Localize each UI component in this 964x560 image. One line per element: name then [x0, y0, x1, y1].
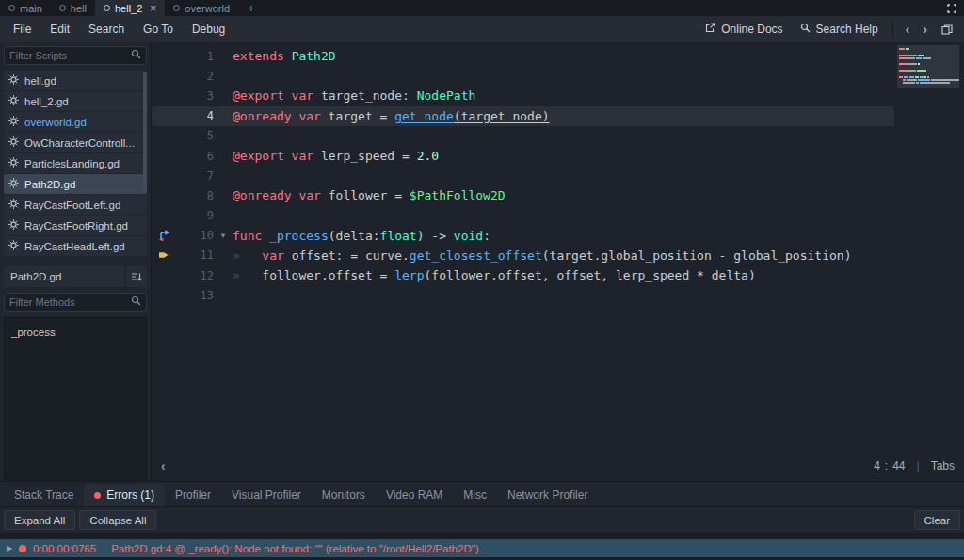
collapse-all-button[interactable]: Collapse All	[79, 510, 156, 530]
scroll-left-icon[interactable]: ‹	[161, 458, 166, 473]
code-line[interactable]: 10▼func _process(delta:float) -> void:	[152, 226, 894, 246]
debugger-tab-errors-1[interactable]: Errors (1)	[84, 484, 165, 506]
history-back-icon[interactable]: ‹	[899, 23, 917, 36]
code-line[interactable]: 2	[152, 66, 894, 86]
code-text: extends Path2D	[233, 46, 894, 66]
error-dot-icon	[94, 492, 101, 499]
code-line[interactable]: 5	[152, 126, 894, 146]
script-tab-hell[interactable]: hell	[51, 0, 95, 16]
script-tab-hell-2[interactable]: hell_2×	[95, 0, 165, 16]
code-line[interactable]: 3@export var target_node: NodePath	[152, 86, 894, 105]
close-icon[interactable]: ×	[150, 3, 156, 14]
sort-methods-icon[interactable]	[126, 266, 147, 287]
debugger-tab-stack-trace[interactable]: Stack Trace	[4, 484, 84, 506]
line-number[interactable]: 7	[176, 169, 214, 183]
online-docs-button[interactable]: Online Docs	[697, 23, 791, 36]
script-list-item-path2d-gd[interactable]: Path2D.gd	[4, 174, 147, 194]
line-number[interactable]: 2	[176, 70, 214, 83]
error-message: Path2D.gd:4 @ _ready(): Node not found: …	[111, 543, 482, 554]
code-line[interactable]: 7	[152, 166, 894, 185]
indent-type-button[interactable]: Tabs	[931, 459, 955, 472]
line-number[interactable]: 13	[176, 289, 214, 302]
code-token: (target.global_position - global_positio…	[542, 248, 852, 263]
cursor-column: 44	[892, 459, 905, 472]
filter-scripts-box	[4, 46, 147, 65]
expand-all-button[interactable]: Expand All	[4, 510, 75, 530]
code-line[interactable]: 12» follower.offset = lerp(follower.offs…	[152, 265, 894, 285]
menu-search[interactable]: Search	[79, 20, 134, 39]
line-number[interactable]: 1	[176, 50, 214, 63]
line-number[interactable]: 5	[176, 129, 214, 142]
debugger-tab-profiler[interactable]: Profiler	[165, 484, 221, 506]
script-list-item-hell-2-gd[interactable]: hell_2.gd	[4, 91, 147, 111]
code-line[interactable]: 8@onready var follower = $PathFollow2D	[152, 185, 894, 205]
debugger-tab-monitors[interactable]: Monitors	[312, 484, 376, 506]
code-line[interactable]: 11» var offset: = curve.get_closest_offs…	[152, 246, 894, 265]
line-number[interactable]: 8	[176, 189, 214, 202]
script-list-item-owcharactercontroll[interactable]: OwCharacterControll...	[4, 133, 147, 152]
code-text: func _process(delta:float) -> void:	[233, 226, 894, 246]
script-tab-main[interactable]: main	[0, 0, 51, 16]
code-line[interactable]: 4@onready var target = get_node(target_n…	[152, 106, 894, 126]
script-list-item-raycastfootleft-gd[interactable]: RayCastFootLeft.gd	[4, 195, 147, 215]
new-tab-button[interactable]: +	[238, 0, 265, 16]
tree-expand-icon[interactable]: ▶	[7, 544, 19, 552]
debugger-tab-visual-profiler[interactable]: Visual Profiler	[221, 484, 312, 506]
debugger-tab-misc[interactable]: Misc	[453, 484, 497, 506]
script-list-item-particleslanding-gd[interactable]: ParticlesLanding.gd	[4, 153, 147, 173]
code-token: follower.offset =	[262, 268, 394, 282]
menu-debug[interactable]: Debug	[183, 20, 234, 39]
clear-button[interactable]: Clear	[914, 510, 960, 530]
script-file-icon	[173, 5, 180, 11]
code-token: offset: = curve.	[292, 248, 410, 263]
script-list: hell.gdhell_2.gdoverworld.gdOwCharacterC…	[4, 71, 147, 257]
menu-edit[interactable]: Edit	[40, 20, 79, 39]
receiver-icon[interactable]	[152, 230, 176, 241]
search-help-button[interactable]: Search Help	[792, 23, 887, 36]
debugger-tab-label: Visual Profiler	[232, 488, 301, 502]
debugger-tab-video-ram[interactable]: Video RAM	[376, 484, 453, 506]
script-tab-label: main	[20, 3, 42, 14]
menu-go-to[interactable]: Go To	[134, 20, 183, 39]
debug-arrow-icon[interactable]	[152, 250, 176, 260]
fold-arrow-icon[interactable]: ▼	[214, 232, 233, 240]
filter-methods-input[interactable]	[9, 296, 131, 308]
current-script-selector[interactable]: Path2D.gd	[4, 266, 124, 287]
filter-methods-box	[4, 293, 147, 312]
debugger-tab-label: Stack Trace	[14, 488, 73, 502]
search-help-label: Search Help	[816, 23, 878, 36]
script-list-item-raycastfootright-gd[interactable]: RayCastFootRight.gd	[4, 216, 147, 235]
line-number[interactable]: 11	[176, 248, 214, 262]
line-number[interactable]: 10	[176, 229, 214, 242]
script-list-scrollbar[interactable]	[143, 72, 147, 192]
minimap[interactable]	[897, 45, 959, 88]
menu-file[interactable]: File	[4, 20, 40, 39]
script-list-item-hell-gd[interactable]: hell.gd	[4, 71, 147, 90]
code-line[interactable]: 1extends Path2D	[152, 46, 894, 66]
line-number[interactable]: 6	[176, 150, 214, 163]
history-forward-icon[interactable]: ›	[916, 23, 934, 36]
code-token: $PathFollow2D	[410, 188, 506, 202]
code-area[interactable]: 1extends Path2D23@export var target_node…	[152, 42, 894, 451]
debugger-tab-network-profiler[interactable]: Network Profiler	[497, 484, 598, 506]
script-list-item-overworld-gd[interactable]: overworld.gd	[4, 112, 147, 132]
scripts-panel-toggle-icon[interactable]	[934, 24, 960, 35]
line-number[interactable]: 12	[176, 269, 214, 282]
script-name: RayCastFootLeft.gd	[24, 200, 120, 211]
code-line[interactable]: 9	[152, 206, 894, 226]
code-token: void	[454, 229, 483, 243]
code-line[interactable]: 13	[152, 285, 894, 305]
script-list-item-raycastheadleft-gd[interactable]: RayCastHeadLeft.gd	[4, 236, 147, 256]
fullscreen-icon[interactable]	[940, 0, 964, 16]
code-line[interactable]: 6@export var lerp_speed = 2.0	[152, 146, 894, 166]
line-number[interactable]: 9	[176, 209, 214, 222]
method-item-process[interactable]: _process	[11, 324, 139, 341]
filter-scripts-input[interactable]	[9, 50, 131, 61]
line-number[interactable]: 3	[176, 89, 214, 103]
script-tab-overworld[interactable]: overworld	[165, 0, 238, 16]
line-number[interactable]: 4	[176, 109, 214, 122]
code-text: @export var lerp_speed = 2.0	[233, 146, 894, 166]
godot-script-editor-window: mainhellhell_2×overworld + FileEditSearc…	[0, 0, 964, 560]
online-docs-label: Online Docs	[721, 23, 782, 36]
error-row[interactable]: ▶ 0:00:00:0765 Path2D.gd:4 @ _ready(): N…	[0, 539, 964, 557]
